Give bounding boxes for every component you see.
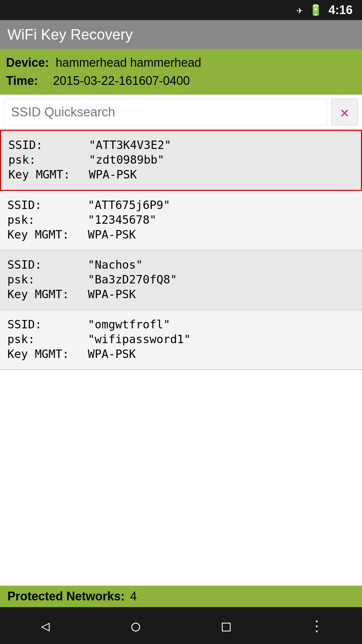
footer-count: 4 bbox=[130, 589, 137, 603]
ssid-label: SSID: bbox=[7, 198, 88, 212]
keymgmt-value: WPA-PSK bbox=[88, 347, 136, 361]
ssid-value: "Nachos" bbox=[88, 258, 143, 271]
keymgmt-label: Key MGMT: bbox=[8, 168, 89, 181]
device-row: Device: hammerhead hammerhead bbox=[6, 54, 356, 72]
clear-icon: ✕ bbox=[340, 104, 349, 121]
ssid-value: "ATT3K4V3E2" bbox=[89, 138, 171, 152]
keymgmt-label: Key MGMT: bbox=[7, 347, 88, 361]
home-icon: ○ bbox=[131, 617, 140, 634]
airplane-icon: ✈ bbox=[297, 4, 303, 16]
ssid-row: SSID: "ATT3K4V3E2" bbox=[8, 138, 354, 152]
footer-label: Protected Networks: bbox=[7, 589, 125, 603]
device-info-bar: Device: hammerhead hammerhead Time: 2015… bbox=[0, 49, 362, 95]
ssid-label: SSID: bbox=[8, 138, 89, 152]
keymgmt-value: WPA-PSK bbox=[88, 287, 136, 301]
device-label: Device: bbox=[6, 54, 49, 72]
nav-bar: ◁ ○ □ ⋮ bbox=[0, 607, 362, 644]
network-item[interactable]: SSID: "ATT675j6P9" psk: "12345678" Key M… bbox=[0, 191, 362, 251]
keymgmt-label: Key MGMT: bbox=[7, 287, 88, 301]
keymgmt-row: Key MGMT: WPA-PSK bbox=[7, 228, 355, 241]
ssid-row: SSID: "Nachos" bbox=[7, 258, 355, 271]
nav-home-button[interactable]: ○ bbox=[119, 609, 153, 642]
ssid-value: "ATT675j6P9" bbox=[88, 198, 170, 212]
app-title-bar: WiFi Key Recovery bbox=[0, 20, 362, 49]
network-item[interactable]: SSID: "omgwtfrofl" psk: "wifipassword1" … bbox=[0, 310, 362, 370]
psk-value: "12345678" bbox=[88, 213, 157, 226]
search-bar: ✕ bbox=[0, 95, 362, 130]
back-icon: ◁ bbox=[41, 617, 50, 634]
time-row: Time: 2015-03-22-161607-0400 bbox=[6, 72, 356, 90]
network-item[interactable]: SSID: "Nachos" psk: "Ba3zD270fQ8" Key MG… bbox=[0, 251, 362, 310]
psk-label: psk: bbox=[7, 213, 88, 226]
ssid-row: SSID: "omgwtfrofl" bbox=[7, 318, 355, 331]
keymgmt-value: WPA-PSK bbox=[89, 168, 137, 181]
app-title: WiFi Key Recovery bbox=[7, 26, 133, 43]
recent-icon: □ bbox=[222, 617, 231, 634]
ssid-label: SSID: bbox=[7, 258, 88, 271]
psk-value: "Ba3zD270fQ8" bbox=[88, 273, 177, 286]
nav-back-button[interactable]: ◁ bbox=[28, 609, 62, 642]
networks-list: SSID: "ATT3K4V3E2" psk: "zdt0989bb" Key … bbox=[0, 130, 362, 586]
keymgmt-row: Key MGMT: WPA-PSK bbox=[8, 168, 354, 181]
keymgmt-row: Key MGMT: WPA-PSK bbox=[7, 287, 355, 301]
psk-row: psk: "Ba3zD270fQ8" bbox=[7, 273, 355, 286]
psk-row: psk: "wifipassword1" bbox=[7, 332, 355, 346]
psk-label: psk: bbox=[7, 273, 88, 286]
network-item[interactable]: SSID: "ATT3K4V3E2" psk: "zdt0989bb" Key … bbox=[0, 130, 362, 191]
footer-bar: Protected Networks: 4 bbox=[0, 586, 362, 607]
nav-recent-button[interactable]: □ bbox=[209, 609, 243, 642]
status-time: 4:16 bbox=[328, 3, 353, 17]
keymgmt-value: WPA-PSK bbox=[88, 228, 136, 241]
device-value: hammerhead hammerhead bbox=[56, 54, 201, 72]
time-value: 2015-03-22-161607-0400 bbox=[53, 72, 190, 90]
ssid-label: SSID: bbox=[7, 318, 88, 331]
search-input[interactable] bbox=[4, 99, 327, 125]
nav-more-button[interactable]: ⋮ bbox=[300, 609, 334, 642]
psk-label: psk: bbox=[8, 153, 89, 166]
ssid-value: "omgwtfrofl" bbox=[88, 318, 170, 331]
clear-button[interactable]: ✕ bbox=[331, 99, 358, 125]
status-bar: ✈ 🔋 4:16 bbox=[0, 0, 362, 20]
keymgmt-label: Key MGMT: bbox=[7, 228, 88, 241]
more-icon: ⋮ bbox=[309, 617, 324, 634]
psk-value: "wifipassword1" bbox=[88, 332, 191, 346]
psk-row: psk: "12345678" bbox=[7, 213, 355, 226]
psk-label: psk: bbox=[7, 332, 88, 346]
psk-value: "zdt0989bb" bbox=[89, 153, 164, 166]
ssid-row: SSID: "ATT675j6P9" bbox=[7, 198, 355, 212]
keymgmt-row: Key MGMT: WPA-PSK bbox=[7, 347, 355, 361]
psk-row: psk: "zdt0989bb" bbox=[8, 153, 354, 166]
battery-icon: 🔋 bbox=[309, 4, 322, 16]
time-label: Time: bbox=[6, 72, 46, 90]
